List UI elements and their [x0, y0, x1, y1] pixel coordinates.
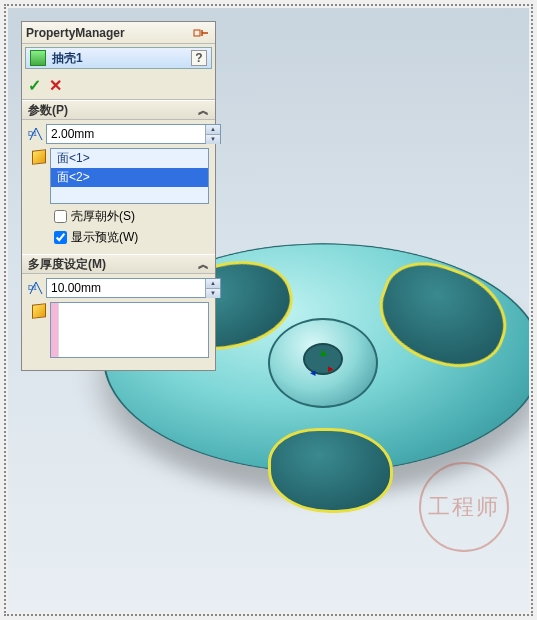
list-item[interactable]: 面<2> — [51, 168, 208, 187]
chevron-up-icon: ︽ — [198, 103, 209, 118]
pm-title-text: PropertyManager — [26, 26, 125, 40]
thickness-spinner[interactable]: ▲ ▼ — [205, 125, 220, 143]
params-header-label: 参数(P) — [28, 102, 68, 119]
pm-titlebar: PropertyManager — [22, 22, 215, 44]
feature-name: 抽壳1 — [52, 50, 83, 67]
params-body: D1 ▲ ▼ 面<1> 面<2> — [22, 120, 215, 254]
multi-body: D1 ▲ ▼ — [22, 274, 215, 370]
spin-up-icon[interactable]: ▲ — [206, 125, 220, 135]
spin-down-icon[interactable]: ▼ — [206, 135, 220, 144]
svg-rect-0 — [194, 30, 200, 36]
ok-button[interactable]: ✓ — [28, 76, 41, 95]
shell-outward-checkbox[interactable] — [54, 210, 67, 223]
thickness-spinbox[interactable]: ▲ ▼ — [46, 124, 221, 144]
multi-faces-listbox[interactable] — [50, 302, 209, 358]
selection-highlight-bar — [51, 303, 59, 357]
show-preview-label: 显示预览(W) — [71, 229, 138, 246]
help-button[interactable]: ? — [191, 50, 207, 66]
cancel-button[interactable]: ✕ — [49, 76, 62, 95]
thickness-input[interactable] — [47, 125, 205, 143]
multi-face-selection-icon — [28, 302, 50, 318]
svg-text:D1: D1 — [28, 284, 37, 291]
multi-header-label: 多厚度设定(M) — [28, 256, 106, 273]
multi-thickness-dim-icon: D1 — [28, 280, 46, 296]
thickness-dim-icon: D1 — [28, 126, 46, 142]
list-item[interactable]: 面<1> — [51, 149, 208, 168]
spin-down-icon[interactable]: ▼ — [206, 289, 220, 298]
faces-listbox[interactable]: 面<1> 面<2> — [50, 148, 209, 204]
feature-name-row: 抽壳1 ? — [25, 47, 212, 69]
multi-header[interactable]: 多厚度设定(M) ︽ — [22, 254, 215, 274]
confirm-bar: ✓ ✕ — [22, 72, 215, 100]
svg-text:D1: D1 — [28, 130, 37, 137]
shell-outward-label: 壳厚朝外(S) — [71, 208, 135, 225]
multi-thickness-spinner[interactable]: ▲ ▼ — [205, 279, 220, 297]
face-selection-icon — [28, 148, 50, 164]
show-preview-checkbox[interactable] — [54, 231, 67, 244]
multi-thickness-spinbox[interactable]: ▲ ▼ — [46, 278, 221, 298]
pin-icon[interactable] — [191, 25, 211, 41]
multi-thickness-input[interactable] — [47, 279, 205, 297]
property-manager-panel: PropertyManager 抽壳1 ? ✓ ✕ 参数(P) ︽ — [21, 21, 216, 371]
params-header[interactable]: 参数(P) ︽ — [22, 100, 215, 120]
graphics-viewport[interactable]: ▲▸◂ PropertyManager 抽壳1 ? ✓ ✕ — [8, 8, 529, 612]
spin-up-icon[interactable]: ▲ — [206, 279, 220, 289]
chevron-up-icon: ︽ — [198, 257, 209, 272]
shell-feature-icon — [30, 50, 46, 66]
